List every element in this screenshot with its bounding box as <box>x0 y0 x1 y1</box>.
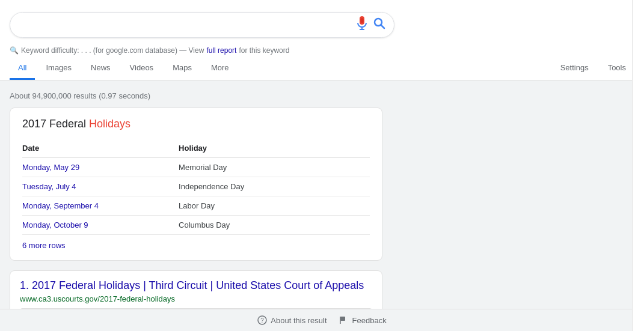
tab-all[interactable]: All <box>10 57 35 80</box>
keyword-hint-link[interactable]: full report <box>206 46 236 55</box>
svg-text:?: ? <box>261 317 265 324</box>
tab-news[interactable]: News <box>82 57 119 80</box>
search-bar: holidays 2017 <box>10 12 394 38</box>
search-icon[interactable] <box>373 17 385 32</box>
holiday-date: Monday, October 9 <box>22 216 179 235</box>
about-result-label: About this result <box>271 316 327 325</box>
holiday-name: Columbus Day <box>179 216 370 235</box>
keyword-hint-logo: 🔍 <box>10 46 19 55</box>
search-row: holidays 2017 <box>0 6 644 44</box>
main-content: About 94,900,000 results (0.97 seconds) … <box>0 80 644 331</box>
holiday-date: Monday, September 4 <box>22 196 179 216</box>
more-rows-link[interactable]: 6 more rows <box>22 241 66 250</box>
svg-rect-8 <box>340 317 345 321</box>
feedback-item[interactable]: Feedback <box>339 315 387 325</box>
tab-tools[interactable]: Tools <box>600 57 634 80</box>
tab-settings[interactable]: Settings <box>552 57 597 80</box>
col-date: Date <box>22 140 179 158</box>
holiday-name: Independence Day <box>179 177 370 196</box>
result-title-link[interactable]: 1. 2017 Federal Holidays | Third Circuit… <box>20 279 364 291</box>
table-row: Tuesday, July 4Independence Day <box>22 177 370 196</box>
header: holidays 2017 🔍 Keyword difficulty: <box>0 0 644 80</box>
svg-rect-1 <box>361 18 364 23</box>
question-icon: ? <box>257 315 267 325</box>
microphone-icon[interactable] <box>357 16 367 34</box>
results-info: About 94,900,000 results (0.97 seconds) <box>10 87 634 108</box>
featured-box: 2017 Federal Holidays Date Holiday Monda… <box>10 108 382 261</box>
result-url: www.ca3.uscourts.gov/2017-federal-holida… <box>20 294 372 303</box>
search-input[interactable]: holidays 2017 <box>19 20 351 31</box>
keyword-hint-text-after: for this keyword <box>239 46 289 55</box>
flag-icon <box>339 315 349 325</box>
holiday-table: Date Holiday Monday, May 29Memorial DayT… <box>22 140 370 235</box>
right-sidebar <box>632 0 644 331</box>
result-title-text: 2017 Federal Holidays | Third Circuit | … <box>32 279 364 291</box>
holiday-date: Monday, May 29 <box>22 158 179 177</box>
holiday-name: Memorial Day <box>179 158 370 177</box>
featured-title: 2017 Federal Holidays <box>22 118 370 130</box>
col-holiday: Holiday <box>179 140 370 158</box>
tab-videos[interactable]: Videos <box>121 57 162 80</box>
footer: ? About this result Feedback <box>0 309 644 331</box>
table-row: Monday, May 29Memorial Day <box>22 158 370 177</box>
result-title: 1. 2017 Federal Holidays | Third Circuit… <box>20 279 372 292</box>
tab-more[interactable]: More <box>203 57 238 80</box>
holiday-date: Tuesday, July 4 <box>22 177 179 196</box>
feedback-label: Feedback <box>352 316 387 325</box>
holiday-name: Labor Day <box>179 196 370 216</box>
tab-images[interactable]: Images <box>37 57 80 80</box>
table-row: Monday, October 9Columbus Day <box>22 216 370 235</box>
svg-line-5 <box>381 25 384 28</box>
nav-right: Settings Tools <box>552 57 634 80</box>
result-number: 1. <box>20 279 29 291</box>
featured-title-highlight: Holidays <box>89 118 130 130</box>
table-row: Monday, September 4Labor Day <box>22 196 370 216</box>
keyword-hint: 🔍 Keyword difficulty: . . . (for google.… <box>0 44 644 57</box>
about-result-item[interactable]: ? About this result <box>257 315 327 325</box>
keyword-hint-text-before: Keyword difficulty: . . . (for google.co… <box>21 46 204 55</box>
tab-maps[interactable]: Maps <box>164 57 200 80</box>
nav-tabs: All Images News Videos Maps More Setting… <box>0 57 644 80</box>
